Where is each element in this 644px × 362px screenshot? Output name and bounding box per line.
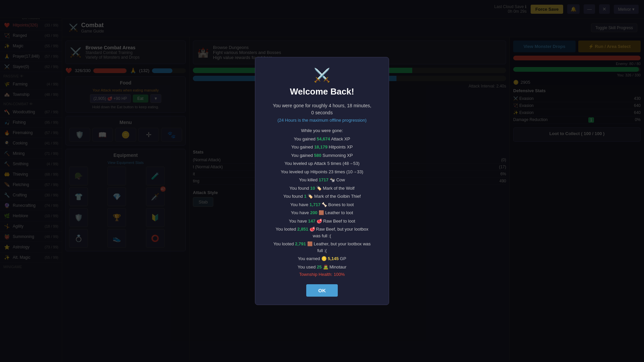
modal-line-5: You leveled up Hitpoints 23 times (10→33… <box>265 169 379 175</box>
modal-swords-icon: ⚔️ <box>265 67 379 83</box>
modal-line-8: You found 1 🏷️ Mark of the Golbin Thief <box>265 193 379 200</box>
modal-line-14: You earned 🪙 5,145 GP <box>265 255 379 262</box>
modal-line-12: You looted 2,851 🥩 Raw Beef, but your lo… <box>265 226 379 239</box>
modal-gone-text: You were gone for roughly 4 hours, 18 mi… <box>265 102 379 116</box>
modal-line-1: You gained 54,674 Attack XP <box>265 136 379 142</box>
modal-overlay: ⚔️ Welcome Back! You were gone for rough… <box>0 0 644 362</box>
modal-line-9: You have 1,717 🦴 Bones to loot <box>265 201 379 208</box>
modal-line-6: You killed 1717 🐄 Cow <box>265 177 379 183</box>
modal-title: Welcome Back! <box>265 86 379 97</box>
modal-max-text: (24 Hours is the maximum offline progres… <box>265 118 379 123</box>
modal-township-health: Township Health: 100% <box>265 272 379 277</box>
modal-line-4: You leveled up Attack 5 times (48→53) <box>265 160 379 167</box>
modal-while-text: While you were gone: <box>265 128 379 133</box>
modal-line-13: You looted 2,791 🟫 Leather, but your loo… <box>265 241 379 254</box>
modal-ok-button[interactable]: OK <box>306 284 338 297</box>
welcome-back-modal: ⚔️ Welcome Back! You were gone for rough… <box>255 57 389 305</box>
modal-line-2: You gained 18,179 Hitpoints XP <box>265 144 379 150</box>
modal-line-10: You have 200 🟫 Leather to loot <box>265 209 379 216</box>
modal-line-11: You have 147 🥩 Raw Beef to loot <box>265 218 379 225</box>
modal-line-3: You gained 580 Summoning XP <box>265 152 379 159</box>
modal-line-15: You used 25 🧟 Minotaur <box>265 264 379 270</box>
modal-line-7: You found 10 🏷️ Mark of the Wolf <box>265 185 379 192</box>
